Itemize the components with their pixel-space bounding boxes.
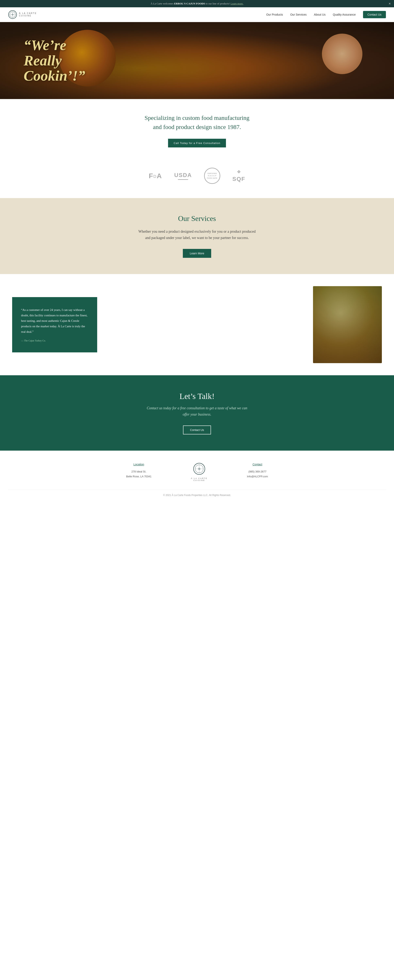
services-section: Our Services Whether you need a product … — [0, 198, 394, 274]
footer-address: 278 Ideal St. Belle Rose, LA 70341 — [126, 469, 151, 479]
announcement-suffix: to our line of products! — [206, 2, 230, 5]
lets-talk-body: Contact us today for a free consultation… — [145, 405, 249, 417]
hero-section: “We’re Really Cookin’!” — [0, 22, 394, 99]
contact-us-button[interactable]: Contact Us — [183, 425, 211, 434]
food-overlay — [313, 286, 382, 363]
cert-usda: USDA — [174, 172, 192, 180]
specializing-section: Specializing in custom food manufacturin… — [0, 99, 394, 159]
specializing-heading: Specializing in custom food manufacturin… — [140, 113, 254, 131]
footer-copyright: © 2021 À La Carte Foods Properties LLC. … — [163, 494, 231, 496]
footer-logo-icon — [193, 463, 205, 475]
testimonial-box: “As a customer of over 24 years, I can s… — [12, 297, 97, 352]
consultation-button[interactable]: Call Today for a Free Consultation — [168, 139, 226, 148]
footer-logo-center: À LA CARTE CUISINE — [183, 463, 216, 481]
footer-bottom: © 2021 À La Carte Foods Properties LLC. … — [8, 490, 386, 496]
lets-talk-heading: Let’s Talk! — [4, 391, 390, 401]
testimonial-quote: “As a customer of over 24 years, I can s… — [21, 307, 88, 334]
nav-contact-button[interactable]: Contact Us — [363, 11, 386, 18]
nav-quality-assurance[interactable]: Quality Assurance — [333, 13, 356, 16]
nav-our-services[interactable]: Our Services — [290, 13, 307, 16]
logo-text: À LA CARTE Cuisine — [19, 12, 37, 17]
testimonial-inner: “As a customer of over 24 years, I can s… — [0, 286, 394, 363]
footer-contact-details: (985) 369-2677 Info@ALCFP.com — [247, 469, 268, 479]
fda-label: FDA — [149, 172, 162, 180]
footer: Location 278 Ideal St. Belle Rose, LA 70… — [0, 450, 394, 503]
announcement-link[interactable]: Learn more. — [230, 2, 243, 5]
certifications-section: FDA USDA CERTIFIEDH.A.C.C.PFOOD SAFE ❖ S… — [0, 159, 394, 198]
logo[interactable]: À LA CARTE Cuisine — [8, 10, 37, 19]
navbar: À LA CARTE Cuisine Our Products Our Serv… — [0, 7, 394, 22]
hero-title: “We’re Really Cookin’!” — [24, 38, 85, 84]
footer-location-heading: Location — [126, 463, 151, 466]
hero-content: “We’re Really Cookin’!” — [24, 38, 85, 84]
nav-our-products[interactable]: Our Products — [266, 13, 283, 16]
announcement-bar: À La Carte welcomes ERROL'S CAJUN FOODS … — [0, 0, 394, 7]
cert-sqf: ❖ SQF — [232, 169, 245, 182]
footer-top: Location 278 Ideal St. Belle Rose, LA 70… — [126, 463, 268, 481]
testimonial-section: “As a customer of over 24 years, I can s… — [0, 274, 394, 375]
footer-logo-text: À LA CARTE CUISINE — [191, 477, 208, 481]
footer-contact-heading: Contact — [247, 463, 268, 466]
sqf-icon: ❖ — [237, 169, 241, 175]
haccp-circle: CERTIFIEDH.A.C.C.PFOOD SAFE — [204, 168, 220, 184]
announcement-prefix: À La Carte welcomes — [151, 2, 173, 5]
cert-haccp: CERTIFIEDH.A.C.C.PFOOD SAFE — [204, 168, 220, 184]
testimonial-cite: — The Cajun Turkey Co. — [21, 339, 46, 342]
testimonial-food-image — [313, 286, 382, 363]
svg-point-2 — [11, 14, 14, 16]
svg-point-5 — [198, 468, 200, 470]
announcement-close-button[interactable]: × — [389, 2, 391, 6]
learn-more-button[interactable]: Learn More — [183, 249, 211, 258]
hero-shrimp-image — [322, 33, 362, 74]
lets-talk-section: Let’s Talk! Contact us today for a free … — [0, 375, 394, 450]
cert-fda: FDA — [149, 172, 162, 180]
logo-icon — [8, 10, 17, 19]
nav-about-us[interactable]: About Us — [314, 13, 326, 16]
usda-label: USDA — [174, 172, 192, 178]
services-body: Whether you need a product designed excl… — [136, 228, 258, 241]
nav-links: Our Products Our Services About Us Quali… — [266, 13, 386, 16]
footer-contact-col: Contact (985) 369-2677 Info@ALCFP.com — [247, 463, 268, 479]
announcement-brand: ERROL'S CAJUN FOODS — [174, 2, 205, 5]
footer-location-col: Location 278 Ideal St. Belle Rose, LA 70… — [126, 463, 151, 479]
sqf-label: SQF — [232, 176, 245, 182]
services-heading: Our Services — [4, 214, 390, 223]
